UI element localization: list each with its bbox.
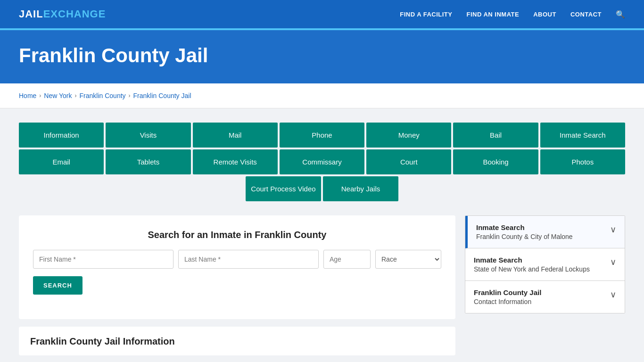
nav-links: FIND A FACILITYFIND AN INMATEABOUTCONTAC…: [400, 10, 625, 19]
grid-btn-booking[interactable]: Booking: [453, 149, 538, 174]
grid-btn-phone[interactable]: Phone: [280, 123, 364, 148]
grid-btn-information[interactable]: Information: [19, 123, 104, 148]
sidebar-item-content-inmate-search-ny: Inmate SearchState of New York and Feder…: [474, 256, 605, 273]
grid-btn-money[interactable]: Money: [366, 123, 451, 148]
grid-btn-commissary[interactable]: Commissary: [280, 149, 364, 174]
grid-btn-remote-visits[interactable]: Remote Visits: [193, 149, 278, 174]
last-name-input[interactable]: [178, 250, 319, 269]
sidebar-item-content-inmate-search-franklin: Inmate SearchFranklin County & City of M…: [476, 223, 605, 240]
sidebar-item-inmate-search-franklin[interactable]: Inmate SearchFranklin County & City of M…: [465, 216, 625, 248]
chevron-down-icon-contact-info: ∨: [610, 289, 616, 300]
main-area: InformationVisitsMailPhoneMoneyBailInmat…: [0, 108, 644, 362]
grid-row-1: InformationVisitsMailPhoneMoneyBailInmat…: [19, 123, 625, 148]
breadcrumb-item-new-york[interactable]: New York: [44, 92, 72, 99]
sidebar-item-title-inmate-search-franklin: Inmate Search: [476, 223, 605, 231]
category-button-grid: InformationVisitsMailPhoneMoneyBailInmat…: [19, 123, 625, 201]
nav-link-about[interactable]: ABOUT: [533, 11, 556, 18]
breadcrumb-item-franklin-county[interactable]: Franklin County: [80, 92, 126, 99]
grid-btn-visits[interactable]: Visits: [106, 123, 190, 148]
sidebar-item-inmate-search-ny[interactable]: Inmate SearchState of New York and Feder…: [465, 248, 625, 281]
sidebar: Inmate SearchFranklin County & City of M…: [465, 215, 625, 313]
grid-btn-court[interactable]: Court: [366, 149, 451, 174]
grid-btn-court-process-video[interactable]: Court Process Video: [246, 176, 321, 201]
logo-exchange: EXCHANGE: [43, 8, 106, 20]
grid-btn-photos[interactable]: Photos: [540, 149, 625, 174]
page-title: Franklin County Jail: [19, 44, 625, 67]
grid-row-2: EmailTabletsRemote VisitsCommissaryCourt…: [19, 149, 625, 174]
nav-link-find-inmate[interactable]: FIND AN INMATE: [466, 11, 519, 18]
grid-btn-email[interactable]: Email: [19, 149, 104, 174]
grid-row-3: Court Process VideoNearby Jails: [19, 176, 625, 201]
sidebar-item-title-inmate-search-ny: Inmate Search: [474, 256, 605, 264]
info-section-title: Franklin County Jail Information: [30, 336, 444, 347]
navbar: JAIL EXCHANGE FIND A FACILITYFIND AN INM…: [0, 0, 644, 28]
breadcrumb-item-franklin-county-jail[interactable]: Franklin County Jail: [133, 92, 191, 99]
hero-section: Franklin County Jail: [0, 30, 644, 83]
search-button[interactable]: SEARCH: [33, 276, 83, 295]
grid-btn-tablets[interactable]: Tablets: [106, 149, 190, 174]
search-inputs-row: Race: [33, 250, 441, 269]
chevron-down-icon-inmate-search-franklin: ∨: [610, 224, 616, 235]
sidebar-item-subtitle-contact-info: Contact Information: [474, 298, 605, 305]
logo[interactable]: JAIL EXCHANGE: [19, 8, 106, 20]
age-input[interactable]: [323, 250, 371, 269]
grid-btn-nearby-jails[interactable]: Nearby Jails: [323, 176, 398, 201]
nav-link-contact[interactable]: CONTACT: [570, 11, 602, 18]
grid-btn-inmate-search[interactable]: Inmate Search: [540, 123, 625, 148]
breadcrumb: Home›New York›Franklin County›Franklin C…: [19, 92, 625, 99]
logo-jail: JAIL: [19, 8, 43, 20]
two-col-layout: Search for an Inmate in Franklin County …: [19, 215, 625, 355]
search-icon[interactable]: 🔍: [616, 10, 625, 19]
nav-link-find-facility[interactable]: FIND A FACILITY: [400, 11, 452, 18]
breadcrumb-separator: ›: [39, 92, 41, 99]
sidebar-item-title-contact-info: Franklin County Jail: [474, 288, 605, 296]
breadcrumb-separator: ›: [75, 92, 77, 99]
breadcrumb-bar: Home›New York›Franklin County›Franklin C…: [0, 83, 644, 108]
info-section: Franklin County Jail Information: [19, 327, 455, 355]
sidebar-item-contact-info[interactable]: Franklin County JailContact Information∨: [465, 281, 625, 313]
sidebar-item-content-contact-info: Franklin County JailContact Information: [474, 288, 605, 305]
search-panel-title: Search for an Inmate in Franklin County: [33, 230, 441, 240]
race-select[interactable]: Race: [375, 250, 441, 269]
breadcrumb-separator: ›: [129, 92, 131, 99]
sidebar-item-subtitle-inmate-search-ny: State of New York and Federal Lockups: [474, 265, 605, 273]
grid-btn-mail[interactable]: Mail: [193, 123, 278, 148]
chevron-down-icon-inmate-search-ny: ∨: [610, 257, 616, 267]
grid-btn-bail[interactable]: Bail: [453, 123, 538, 148]
left-column: Search for an Inmate in Franklin County …: [19, 215, 455, 355]
search-panel: Search for an Inmate in Franklin County …: [19, 215, 455, 319]
first-name-input[interactable]: [33, 250, 173, 269]
breadcrumb-item-home[interactable]: Home: [19, 92, 36, 99]
sidebar-item-subtitle-inmate-search-franklin: Franklin County & City of Malone: [476, 233, 605, 240]
